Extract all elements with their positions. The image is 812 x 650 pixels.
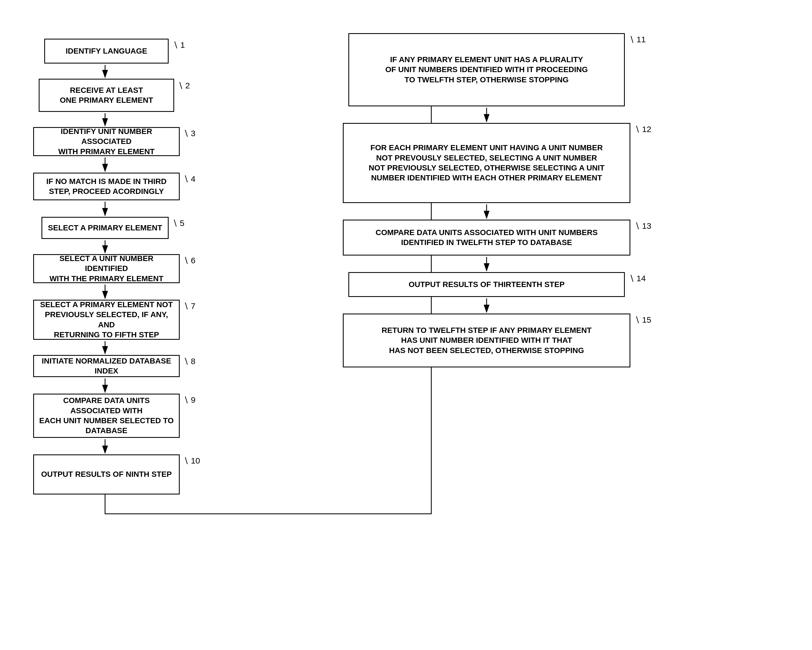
diagram-container: IDENTIFY LANGUAGE ∖ 1 RECEIVE AT LEAST O… (17, 17, 791, 638)
step-5-box: SELECT A PRIMARY ELEMENT (41, 217, 169, 239)
step-7-num: ∖ 7 (183, 301, 195, 311)
step-7-box: SELECT A PRIMARY ELEMENT NOT PREVIOUSLY … (33, 300, 180, 340)
step-6-box: SELECT A UNIT NUMBER IDENTIFIED WITH THE… (33, 254, 180, 283)
step-2-box: RECEIVE AT LEAST ONE PRIMARY ELEMENT (39, 79, 174, 112)
step-14-num: ∖ 14 (629, 274, 646, 283)
step-12-box: FOR EACH PRIMARY ELEMENT UNIT HAVING A U… (343, 123, 630, 203)
step-10-num: ∖ 10 (183, 456, 200, 466)
step-6-num: ∖ 6 (183, 256, 195, 265)
step-1-num: ∖ 1 (173, 40, 185, 50)
step-9-num: ∖ 9 (183, 395, 195, 405)
step-8-box: INITIATE NORMALIZED DATABASE INDEX (33, 355, 180, 377)
step-4-num: ∖ 4 (183, 174, 195, 184)
step-15-box: RETURN TO TWELFTH STEP IF ANY PRIMARY EL… (343, 314, 630, 367)
step-15-num: ∖ 15 (635, 315, 651, 324)
step-1-box: IDENTIFY LANGUAGE (44, 39, 169, 64)
step-3-num: ∖ 3 (183, 128, 195, 138)
step-5-num: ∖ 5 (172, 218, 185, 228)
step-13-num: ∖ 13 (635, 221, 651, 231)
step-13-box: COMPARE DATA UNITS ASSOCIATED WITH UNIT … (343, 219, 630, 256)
step-10-box: OUTPUT RESULTS OF NINTH STEP (33, 454, 180, 495)
step-3-box: IDENTIFY UNIT NUMBER ASSOCIATED WITH PRI… (33, 127, 180, 156)
step-8-num: ∖ 8 (183, 356, 195, 366)
step-12-num: ∖ 12 (635, 124, 651, 134)
step-11-num: ∖ 11 (629, 35, 646, 44)
step-14-box: OUTPUT RESULTS OF THIRTEENTH STEP (348, 272, 625, 297)
step-11-box: IF ANY PRIMARY ELEMENT UNIT HAS A PLURAL… (348, 33, 625, 107)
step-4-box: IF NO MATCH IS MADE IN THIRD STEP, PROCE… (33, 173, 180, 200)
step-9-box: COMPARE DATA UNITS ASSOCIATED WITH EACH … (33, 394, 180, 438)
step-2-num: ∖ 2 (178, 81, 190, 90)
